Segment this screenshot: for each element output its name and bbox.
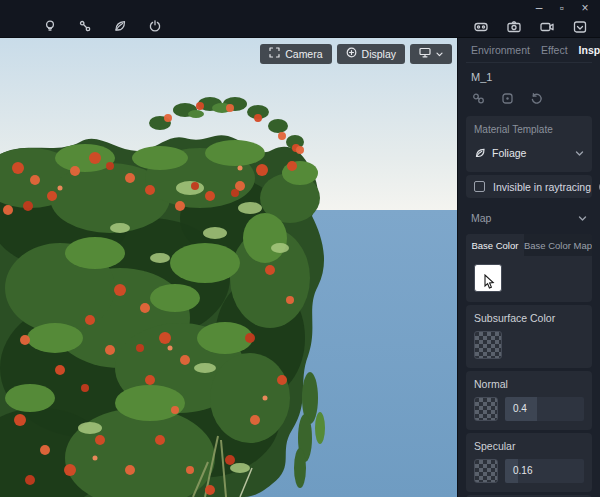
specular-map-swatch[interactable] (474, 459, 498, 483)
foliage-icon[interactable] (112, 18, 128, 34)
invisible-raytracing-label: Invisible in raytracing (493, 181, 591, 193)
chevron-down-icon (436, 47, 443, 61)
monitor-icon (419, 47, 431, 61)
tab-environment[interactable]: Environment (471, 44, 530, 56)
link-icon[interactable] (471, 91, 486, 106)
camera-icon[interactable] (506, 19, 522, 35)
display-button-label: Display (362, 47, 396, 61)
specular-label: Specular (474, 440, 584, 452)
viewfinder-icon (269, 47, 280, 61)
map-section-header[interactable]: Map (471, 209, 587, 227)
link-icon[interactable] (77, 18, 93, 34)
video-icon[interactable] (539, 19, 555, 35)
mouse-cursor (484, 274, 498, 294)
base-color-card: Base Color Base Color Map (466, 234, 592, 302)
app-window: – ▫ × (0, 0, 600, 497)
specular-card: Specular 0.16 (466, 433, 592, 492)
normal-value: 0.4 (505, 397, 584, 421)
material-template-dropdown[interactable]: Foliage (474, 144, 584, 162)
leaf-icon (474, 147, 486, 159)
normal-label: Normal (474, 378, 584, 390)
viewport[interactable]: Camera Display (0, 38, 457, 497)
material-name: M_1 (471, 71, 592, 83)
map-section-title: Map (471, 212, 491, 224)
material-template-card: Material Template Foliage (466, 116, 592, 172)
specular-slider[interactable]: 0.16 (505, 459, 584, 483)
reset-icon[interactable] (529, 91, 544, 106)
tab-base-color[interactable]: Base Color (466, 234, 524, 256)
close-icon[interactable]: × (578, 1, 592, 15)
render-icon[interactable] (473, 19, 489, 35)
export-icon[interactable] (572, 19, 588, 35)
window-controls: – ▫ × (532, 1, 592, 15)
normal-slider[interactable]: 0.4 (505, 397, 584, 421)
material-template-value: Foliage (492, 147, 526, 159)
toolbar-right-icons (473, 19, 588, 35)
maximize-icon[interactable]: ▫ (555, 1, 569, 15)
inspector-panel: Environment Effect Inspector M_1 Materia… (457, 38, 600, 497)
subsurface-color-label: Subsurface Color (474, 312, 584, 324)
plant (0, 97, 325, 497)
tab-effect[interactable]: Effect (541, 44, 568, 56)
viewport-canvas[interactable] (0, 38, 457, 497)
locate-icon[interactable] (500, 91, 515, 106)
normal-map-swatch[interactable] (474, 397, 498, 421)
tab-base-color-map[interactable]: Base Color Map (524, 234, 592, 256)
subsurface-color-card: Subsurface Color (466, 305, 592, 368)
invisible-raytracing-row: Invisible in raytracing ? (466, 175, 592, 198)
top-toolbar: – ▫ × (0, 0, 600, 38)
power-icon[interactable] (147, 18, 163, 34)
display-icon (346, 47, 357, 61)
viewport-buttons: Camera Display (260, 44, 452, 64)
light-icon[interactable] (42, 18, 58, 34)
chevron-down-icon (578, 209, 587, 227)
subsurface-color-swatch[interactable] (474, 331, 502, 359)
panel-tab-bar: Environment Effect Inspector (466, 38, 592, 63)
display-button[interactable]: Display (337, 44, 405, 64)
toolbar-left-icons (42, 18, 163, 34)
camera-button[interactable]: Camera (260, 44, 331, 64)
normal-card: Normal 0.4 (466, 371, 592, 430)
base-color-swatch[interactable] (474, 264, 502, 292)
tab-inspector[interactable]: Inspector (579, 44, 600, 56)
minimize-icon[interactable]: – (532, 1, 546, 15)
chevron-down-icon (575, 144, 584, 162)
monitor-dropdown-button[interactable] (410, 44, 452, 64)
material-template-label: Material Template (474, 124, 584, 135)
specular-value: 0.16 (505, 459, 584, 483)
invisible-raytracing-checkbox[interactable] (474, 181, 485, 192)
camera-button-label: Camera (285, 47, 322, 61)
material-action-icons (471, 91, 592, 106)
base-color-tabs: Base Color Base Color Map (466, 234, 592, 256)
